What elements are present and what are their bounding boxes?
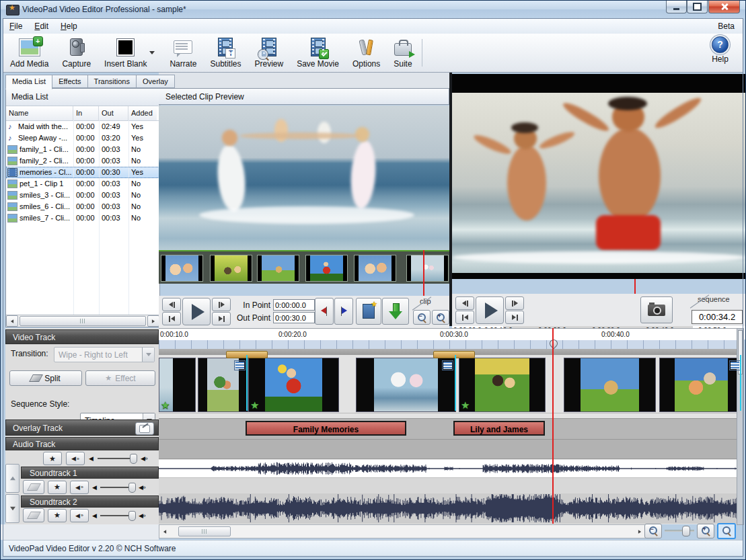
clip-playhead[interactable]	[423, 250, 424, 296]
close-icon	[720, 3, 729, 11]
clip-menu-icon[interactable]	[442, 360, 453, 370]
app-icon	[6, 5, 20, 15]
tab-effects[interactable]: Effects	[52, 75, 87, 88]
left-tab-strip: Media List Effects Transitions Overlay	[5, 75, 175, 88]
title-bar[interactable]: VideoPad Video Editor Professional - sam…	[1, 1, 745, 18]
transition-marker[interactable]	[433, 351, 475, 358]
tab-overlay[interactable]: Overlay	[137, 75, 175, 88]
client-frame	[3, 18, 743, 557]
close-button[interactable]	[708, 1, 740, 13]
videopad-app: { "window": {"title": "VideoPad Video Ed…	[0, 0, 746, 560]
timeline-playhead[interactable]	[552, 328, 554, 524]
window-controls	[666, 1, 740, 13]
effect-star-icon: ★	[461, 399, 470, 411]
clip-menu-icon[interactable]	[234, 360, 246, 370]
sequence-ruler-playhead[interactable]	[634, 279, 636, 294]
window-title: VideoPad Video Editor Professional - sam…	[22, 5, 186, 14]
effect-star-icon: ★	[161, 399, 170, 411]
maximize-icon	[693, 3, 702, 11]
effect-star-icon: ★	[250, 399, 259, 411]
tab-media-list[interactable]: Media List	[5, 75, 52, 89]
minimize-icon	[673, 8, 679, 10]
clip-menu-icon[interactable]	[729, 360, 741, 370]
minimize-button[interactable]	[666, 1, 687, 13]
clip-edge-marker	[246, 355, 248, 411]
tab-transitions[interactable]: Transitions	[88, 75, 137, 88]
clip-edge-marker	[740, 355, 741, 411]
clip-edge-marker	[455, 355, 456, 411]
maximize-button[interactable]	[687, 1, 708, 13]
